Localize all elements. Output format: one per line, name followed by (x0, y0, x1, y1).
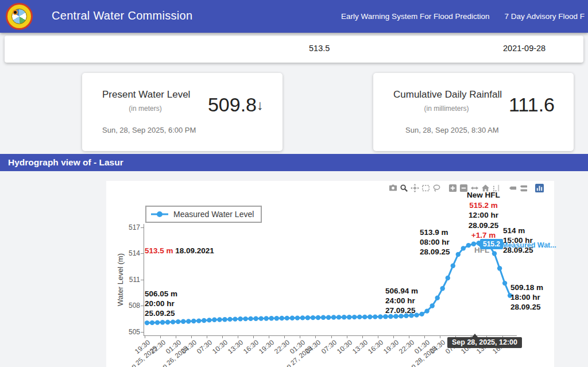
water-level-value: 509.8↓ (208, 94, 264, 116)
cwc-logo-icon (6, 3, 33, 30)
zoom-out-icon[interactable] (459, 183, 469, 193)
card-title: Cumulative Daily Rainfall (393, 89, 502, 101)
box-select-icon[interactable] (421, 183, 431, 193)
spikelines-icon[interactable] (492, 183, 501, 193)
nav-7day-advisory-link[interactable]: 7 Day Advisory Flood F (504, 12, 585, 21)
trend-down-icon: ↓ (257, 97, 264, 113)
camera-icon[interactable] (388, 183, 398, 193)
station-info-row: 513.5 2021-09-28 (5, 36, 583, 63)
present-water-level-card: Present Water Level (in meters) 509.8↓ S… (82, 73, 283, 151)
hydrograph-section-bar: Hydrograph view of - Lasur (0, 154, 588, 171)
zoom-in-icon[interactable] (448, 183, 458, 193)
app-title: Central Water Commission (52, 9, 192, 22)
nav-early-warning-link[interactable]: Early Warning System For Flood Predictio… (341, 12, 489, 21)
zoom-icon[interactable] (399, 183, 409, 193)
card-timestamp: Sun, 28, Sep 2025, 8:30 AM (405, 126, 499, 134)
card-unit: (in meters) (102, 105, 188, 113)
card-timestamp: Sun, 28, Sep 2025, 6:00 PM (102, 126, 196, 134)
hover-compare-icon[interactable] (519, 183, 528, 193)
x-axis-hover-label: Sep 28, 2025, 12:00 (447, 337, 522, 348)
home-icon[interactable] (481, 183, 490, 193)
legend-line-marker-icon (151, 211, 168, 218)
rainfall-value: 111.6 (509, 94, 555, 116)
hfl-value-cell: 513.5 (309, 44, 330, 53)
card-unit: (in millimeters) (393, 105, 500, 113)
app-header: Central Water Commission Early Warning S… (0, 0, 588, 33)
card-title: Present Water Level (102, 89, 190, 101)
point-hover-tooltip: 515.2 (480, 239, 503, 249)
chart-legend[interactable]: Measured Water Level (145, 206, 262, 223)
plotly-logo-icon[interactable] (535, 183, 544, 193)
plotly-modebar (388, 183, 544, 193)
hover-closest-icon[interactable] (508, 183, 517, 193)
lasso-icon[interactable] (432, 183, 442, 193)
legend-label: Measured Water Level (173, 210, 254, 219)
hfl-date-cell: 2021-09-28 (503, 44, 546, 53)
hover-series-name: Measured Wat... (502, 241, 556, 249)
header-nav: Early Warning System For Flood Predictio… (341, 0, 585, 33)
cumulative-rainfall-card: Cumulative Daily Rainfall (in millimeter… (373, 73, 574, 151)
autoscale-icon[interactable] (470, 183, 479, 193)
pan-icon[interactable] (410, 183, 420, 193)
y-axis-title: Water Level (m) (116, 253, 125, 306)
